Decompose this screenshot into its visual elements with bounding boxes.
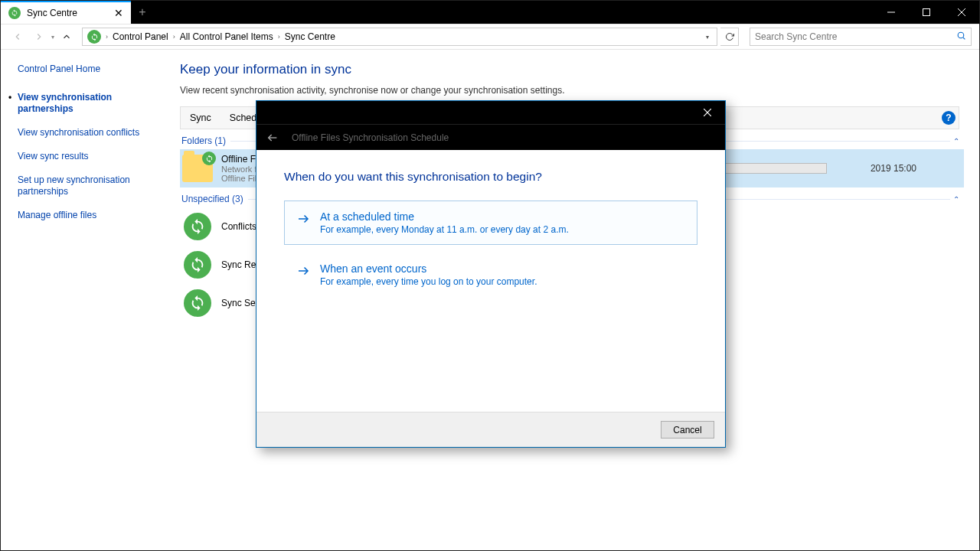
option-subtitle: For example, every Monday at 11 a.m. or … bbox=[320, 224, 569, 235]
option-scheduled-time[interactable]: At a scheduled time For example, every M… bbox=[284, 201, 697, 245]
nav-up-button[interactable] bbox=[57, 28, 76, 46]
chevron-right-icon[interactable]: › bbox=[278, 33, 280, 41]
refresh-button[interactable] bbox=[720, 28, 739, 46]
option-on-event[interactable]: When an event occurs For example, every … bbox=[284, 253, 697, 297]
search-icon[interactable] bbox=[956, 30, 966, 44]
control-panel-icon bbox=[87, 30, 101, 44]
dialog-titlebar bbox=[256, 101, 725, 124]
window-titlebar: Sync Centre ✕ + bbox=[1, 1, 979, 24]
help-icon[interactable]: ? bbox=[942, 111, 956, 125]
sync-icon bbox=[8, 7, 21, 19]
minimize-button[interactable] bbox=[874, 1, 909, 24]
chevron-right-icon[interactable]: › bbox=[173, 33, 175, 41]
dialog-heading: When do you want this synchronisation to… bbox=[284, 170, 697, 184]
option-subtitle: For example, every time you log on to yo… bbox=[320, 276, 537, 287]
breadcrumb-item[interactable]: Control Panel bbox=[113, 31, 168, 42]
nav-forward-button[interactable] bbox=[30, 28, 48, 46]
page-subtitle: View recent synchronisation activity, sy… bbox=[180, 85, 964, 96]
chevron-right-icon[interactable]: › bbox=[106, 33, 108, 41]
item-title: Conflicts bbox=[221, 221, 256, 232]
sidebar-item-results[interactable]: View sync results bbox=[18, 151, 146, 162]
search-box[interactable] bbox=[750, 28, 972, 46]
close-button[interactable] bbox=[944, 1, 979, 24]
sidebar-item-home[interactable]: Control Panel Home bbox=[18, 64, 146, 75]
option-title: When an event occurs bbox=[320, 262, 537, 275]
search-input[interactable] bbox=[755, 31, 956, 42]
cancel-button[interactable]: Cancel bbox=[661, 421, 714, 439]
address-bar[interactable]: › Control Panel › All Control Panel Item… bbox=[82, 28, 717, 46]
dialog-header-title: Offline Files Synchronisation Schedule bbox=[292, 132, 449, 143]
recent-locations-icon[interactable]: ▾ bbox=[51, 34, 54, 41]
collapse-icon[interactable]: ⌃ bbox=[953, 195, 964, 204]
sync-icon bbox=[181, 287, 214, 319]
collapse-icon[interactable]: ⌃ bbox=[953, 137, 964, 145]
address-bar-row: ▾ › Control Panel › All Control Panel It… bbox=[1, 24, 979, 50]
address-dropdown-icon[interactable]: ▾ bbox=[703, 34, 712, 41]
schedule-dialog: Offline Files Synchronisation Schedule W… bbox=[256, 100, 726, 448]
svg-line-5 bbox=[963, 37, 965, 39]
svg-rect-1 bbox=[923, 9, 930, 16]
svg-point-4 bbox=[958, 32, 964, 38]
nav-back-button[interactable] bbox=[8, 28, 27, 46]
dialog-footer: Cancel bbox=[256, 412, 725, 447]
sidebar-item-offline[interactable]: Manage offline files bbox=[18, 210, 146, 221]
sidebar-item-partnerships[interactable]: View synchronisation partnerships bbox=[18, 92, 146, 115]
folder-icon bbox=[181, 152, 214, 184]
tab-close-icon[interactable]: ✕ bbox=[114, 7, 123, 19]
option-title: At a scheduled time bbox=[320, 210, 569, 223]
dialog-back-button[interactable] bbox=[264, 129, 281, 146]
section-label: Folders (1) bbox=[181, 135, 226, 146]
item-date: 2019 15:00 bbox=[871, 163, 962, 174]
sidebar: Control Panel Home View synchronisation … bbox=[1, 50, 154, 550]
dialog-body: When do you want this synchronisation to… bbox=[256, 150, 725, 412]
arrow-right-icon bbox=[296, 262, 311, 287]
breadcrumb-item[interactable]: All Control Panel Items bbox=[180, 31, 273, 42]
maximize-button[interactable] bbox=[909, 1, 944, 24]
sync-icon bbox=[181, 249, 214, 281]
new-tab-button[interactable]: + bbox=[131, 1, 154, 24]
breadcrumb-item[interactable]: Sync Centre bbox=[285, 31, 335, 42]
section-label: Unspecified (3) bbox=[181, 194, 243, 204]
dialog-close-button[interactable] bbox=[690, 101, 725, 124]
window-tab[interactable]: Sync Centre ✕ bbox=[1, 1, 131, 24]
sync-icon bbox=[181, 210, 214, 243]
page-heading: Keep your information in sync bbox=[180, 62, 964, 77]
tab-title: Sync Centre bbox=[27, 8, 108, 18]
dialog-header: Offline Files Synchronisation Schedule bbox=[256, 124, 725, 150]
window-controls bbox=[874, 1, 979, 24]
arrow-right-icon bbox=[296, 210, 311, 235]
sidebar-item-setup[interactable]: Set up new synchronisation partnerships bbox=[18, 174, 146, 197]
sidebar-item-conflicts[interactable]: View synchronisation conflicts bbox=[18, 127, 146, 139]
toolbar-sync-button[interactable]: Sync bbox=[185, 109, 216, 126]
